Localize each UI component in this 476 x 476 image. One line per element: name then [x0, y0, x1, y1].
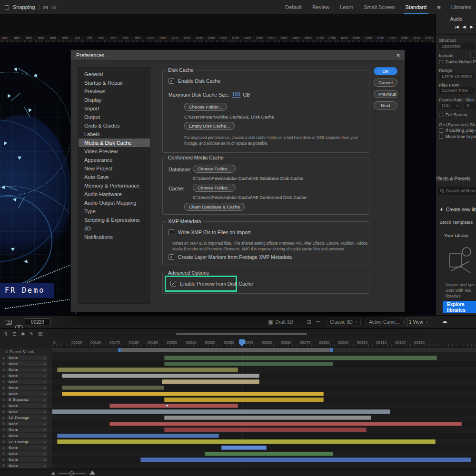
layer-duration-bar[interactable]: [140, 457, 471, 462]
parent-link-dropdown[interactable]: None∨: [7, 361, 48, 367]
range-dropdown[interactable]: Entire Duration: [439, 73, 475, 79]
view-layout-dropdown[interactable]: 1 View ∨: [406, 318, 431, 326]
layer-duration-bar[interactable]: [52, 409, 390, 414]
enable-preview-checkbox[interactable]: [170, 281, 176, 287]
prefs-category-audio-output-mapping[interactable]: Audio Output Mapping: [79, 198, 150, 207]
skip-dropdown[interactable]: 0 ∨: [464, 102, 476, 109]
parent-pickwhip-icon[interactable]: ◎: [2, 434, 5, 438]
prefs-category-display[interactable]: Display: [79, 96, 150, 104]
workspace-tab-standard[interactable]: Standard: [406, 4, 427, 10]
parent-pickwhip-icon[interactable]: ◎: [2, 458, 5, 462]
database-choose-folder-button[interactable]: Choose Folder...: [193, 165, 236, 173]
enable-disk-cache-checkbox[interactable]: [169, 78, 174, 84]
current-time-indicator-head[interactable]: [239, 339, 245, 344]
layer-duration-bar[interactable]: [164, 416, 371, 420]
prefs-category-new-project[interactable]: New Project: [79, 164, 150, 173]
prefs-category-labels[interactable]: Labels: [79, 130, 150, 139]
layer-duration-bar[interactable]: [162, 379, 259, 384]
create-new-library-button[interactable]: + Create new lib: [440, 206, 476, 213]
frame-rate-dropdown[interactable]: (24) ∨: [439, 102, 460, 109]
parent-pickwhip-icon[interactable]: ◎: [2, 452, 5, 456]
ground-plane-icon[interactable]: ⊞: [307, 319, 311, 325]
parent-link-dropdown[interactable]: 12. Footage∨: [7, 439, 48, 445]
prefs-category-appearance[interactable]: Appearance: [79, 156, 150, 164]
parent-link-dropdown[interactable]: None∨: [7, 451, 48, 456]
workspace-tab-small-screen[interactable]: Small Screen: [364, 4, 395, 10]
parent-pickwhip-icon[interactable]: ◎: [2, 368, 5, 372]
write-xmp-checkbox[interactable]: [169, 229, 174, 235]
parent-link-dropdown[interactable]: None∨: [7, 445, 48, 450]
workspace-tab-libraries[interactable]: Libraries: [451, 4, 471, 10]
draft-3d-toggle[interactable]: ▣ Draft 3D: [268, 319, 293, 325]
cancel-button[interactable]: Cancel: [374, 79, 397, 87]
layer-duration-bar[interactable]: [205, 452, 333, 456]
parent-pickwhip-icon[interactable]: ◎: [2, 356, 5, 360]
layer-duration-bar[interactable]: [221, 446, 267, 450]
snap-grid-icon[interactable]: ⊡: [52, 4, 57, 10]
workspace-tab-default[interactable]: Default: [285, 4, 302, 10]
parent-link-dropdown[interactable]: None∨: [7, 391, 48, 397]
layer-duration-bar[interactable]: [62, 374, 259, 378]
motion-blur-icon[interactable]: ✎: [30, 331, 33, 337]
parent-link-dropdown[interactable]: None∨: [7, 403, 48, 408]
parent-link-dropdown[interactable]: 9. Stopwatc∨: [7, 397, 48, 403]
timeline-ruler[interactable]: 0001500016000170001800019000200002100022…: [52, 339, 476, 347]
prefs-category-auto-save[interactable]: Auto-Save: [79, 173, 150, 181]
if-caching-checkbox[interactable]: [439, 129, 443, 133]
graph-editor-icon[interactable]: ▤: [38, 331, 42, 337]
parent-pickwhip-icon[interactable]: ◎: [2, 362, 5, 366]
clean-database-button[interactable]: Clean Database & Cache: [184, 203, 245, 211]
prefs-category-notifications[interactable]: Notifications: [79, 233, 150, 241]
go-to-start-icon[interactable]: |◀: [455, 25, 458, 29]
frame-blending-icon[interactable]: ✱: [21, 331, 25, 337]
parent-link-dropdown[interactable]: None∨: [7, 367, 48, 373]
zoom-slider-handle[interactable]: [69, 471, 74, 476]
prefs-category-output[interactable]: Output: [79, 113, 150, 121]
work-area-start-handle[interactable]: [118, 348, 121, 352]
stock-templates-link[interactable]: Stock Templates: [436, 219, 476, 225]
choose-folder-button[interactable]: Choose Folder...: [184, 103, 227, 111]
layer-duration-bar[interactable]: [62, 386, 164, 390]
dialog-titlebar[interactable]: Preferences: [71, 50, 405, 60]
timeline-horizontal-scrollbar[interactable]: [176, 333, 307, 335]
layer-duration-bar[interactable]: [109, 404, 238, 408]
parent-pickwhip-icon[interactable]: ◎: [2, 386, 5, 390]
full-screen-checkbox[interactable]: [439, 113, 443, 117]
parent-pickwhip-icon[interactable]: ◎: [2, 440, 5, 444]
prefs-category-3d[interactable]: 3D: [79, 224, 150, 233]
empty-disk-cache-button[interactable]: Empty Disk Cache...: [184, 122, 235, 130]
previous-frame-icon[interactable]: ◀|: [463, 25, 466, 29]
shy-layers-icon[interactable]: ⊟: [12, 331, 16, 337]
max-size-value[interactable]: 100: [232, 91, 240, 98]
parent-link-dropdown[interactable]: None∨: [7, 409, 48, 415]
parent-pickwhip-icon[interactable]: ◎: [2, 398, 5, 402]
parent-pickwhip-icon[interactable]: ◎: [2, 422, 5, 426]
snapping-checkbox[interactable]: [5, 5, 9, 10]
close-icon[interactable]: ×: [396, 51, 400, 60]
your-library-link[interactable]: Your Library: [436, 233, 476, 238]
parent-link-dropdown[interactable]: 12. Footage∨: [7, 415, 48, 420]
library-search-field[interactable]: Search all librari: [438, 187, 476, 195]
work-area-end-handle[interactable]: [330, 348, 333, 352]
prefs-category-memory-performance[interactable]: Memory & Performance: [79, 181, 150, 190]
layer-duration-bar[interactable]: [109, 422, 462, 426]
prefs-category-import[interactable]: Import: [79, 104, 150, 113]
cache-before-play-checkbox[interactable]: [439, 60, 443, 64]
parent-link-dropdown[interactable]: None∨: [7, 433, 48, 438]
parent-pickwhip-icon[interactable]: ◎: [2, 404, 5, 408]
play-from-dropdown[interactable]: Current Time: [439, 87, 475, 94]
snap-options-icon[interactable]: ⋈: [43, 4, 49, 10]
zoom-out-icon[interactable]: [51, 472, 55, 475]
explore-libraries-button[interactable]: Explore libraries: [443, 301, 476, 313]
layer-duration-bar[interactable]: [164, 397, 324, 402]
parent-pickwhip-icon[interactable]: ◎: [2, 446, 5, 450]
cache-choose-folder-button[interactable]: Choose Folder...: [193, 184, 236, 192]
audio-panel-tab[interactable]: Audio: [436, 17, 476, 22]
layer-marker[interactable]: [166, 404, 169, 407]
previous-button[interactable]: Previous: [374, 90, 397, 98]
play-icon[interactable]: ▶: [470, 25, 473, 29]
renderer-dropdown[interactable]: Classic 3D ∨: [327, 318, 361, 326]
parent-link-dropdown[interactable]: None∨: [7, 463, 48, 468]
parent-link-dropdown[interactable]: None∨: [7, 427, 48, 433]
parent-link-dropdown[interactable]: None∨: [7, 457, 48, 463]
